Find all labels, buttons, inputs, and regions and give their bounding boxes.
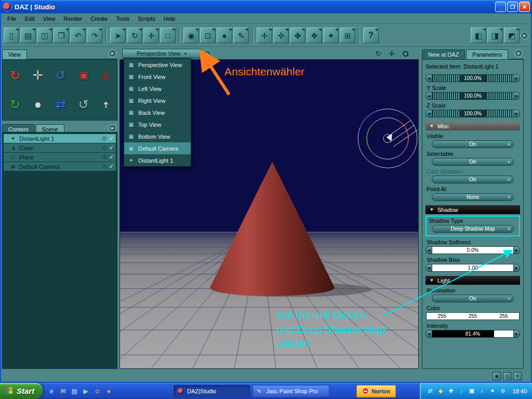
selectable-dropdown[interactable]: On ▾ (432, 158, 514, 166)
cast-shadows-dropdown[interactable]: On ▾ (432, 176, 514, 183)
menu-render[interactable]: Render (59, 14, 86, 23)
email-icon[interactable]: ✉ (58, 387, 68, 396)
scheduler-tray-icon[interactable]: ◐ (478, 388, 486, 394)
frame-view-icon[interactable]: ▣ (79, 71, 88, 80)
menu-help[interactable]: Help (159, 14, 180, 23)
orbit-view-icon[interactable]: ↻ (376, 49, 382, 58)
scene-item-cone[interactable]: ▲ Cone ⊙ ✓ (4, 143, 116, 152)
slider-left-arrow[interactable]: ◀ (425, 330, 432, 338)
menu-view[interactable]: View (39, 14, 60, 23)
aim-camera-icon[interactable]: ◎ (102, 71, 110, 80)
point-at-dropdown[interactable]: None ▾ (432, 193, 514, 201)
rotate-tool-button[interactable]: ↻ (127, 28, 142, 43)
display-tray-icon[interactable]: ▣ (468, 388, 475, 394)
scale-tool-button[interactable]: □ (160, 28, 176, 43)
scene-panel-arrow-button[interactable]: ▸ (109, 124, 116, 132)
view-menu-item-default-camera[interactable]: ◉ Default Camera (124, 142, 191, 154)
internet-explorer-icon[interactable]: e (47, 387, 56, 396)
selection-check-icon[interactable]: ✓ (109, 144, 114, 151)
dolly-camera-icon[interactable]: ● (34, 98, 42, 111)
undo-button[interactable]: ↶ (70, 28, 86, 43)
shadow-section-header[interactable]: ▼ Shadow (425, 205, 520, 214)
create-null-button[interactable]: ✢ (257, 28, 272, 43)
media-player-icon[interactable]: ▶ (81, 387, 90, 396)
reset-camera-icon[interactable]: ↺ (78, 98, 89, 111)
minimize-button[interactable]: _ (495, 2, 506, 12)
power-tray-icon[interactable]: ⊕ (499, 388, 507, 394)
shadow-bias-slider[interactable]: ◀ 1.00 ▶ (425, 264, 520, 272)
toolbar-expand-button[interactable]: ▸ (521, 32, 528, 39)
task-jasc-paint-shop-pro[interactable]: ✎ Jasc Paint Shop Pro (252, 385, 329, 397)
visible-dropdown[interactable]: On ▾ (432, 140, 514, 148)
slider-right-arrow[interactable]: ▶ (513, 92, 520, 100)
redo-button[interactable]: ↷ (87, 28, 102, 43)
close-button[interactable]: ✕ (519, 2, 530, 12)
visibility-eye-icon[interactable]: ⊙ (102, 154, 107, 161)
browser-icon[interactable]: ● (104, 387, 113, 396)
light-section-header[interactable]: ▼ Light (425, 276, 520, 285)
new-document-button[interactable]: ▯ (4, 28, 19, 43)
parameters-panel-arrow-button[interactable]: ▸ (515, 49, 523, 57)
slider-left-arrow[interactable]: ◀ (425, 264, 432, 272)
pan-view-icon[interactable]: ✛ (389, 49, 395, 58)
visibility-eye-icon[interactable]: ⊙ (102, 144, 107, 151)
scene-item-default-camera[interactable]: ◉ Default Camera ⊙ ✓ (4, 162, 116, 171)
updates-tray-icon[interactable]: ◆ (436, 388, 444, 394)
slider-right-arrow[interactable]: ▶ (513, 330, 520, 338)
camera-up-icon[interactable]: ➔ (101, 101, 110, 108)
y-scale-slider[interactable]: ◀ 100.0% ▶ (425, 92, 520, 100)
selection-check-icon[interactable]: ✓ (109, 154, 114, 161)
view-menu-item-perspective[interactable]: ▦ Perspective View (124, 59, 191, 71)
dock-float-button[interactable]: ◫ (503, 372, 511, 380)
create-camera-button[interactable]: ✣ (273, 28, 289, 43)
view-menu-item-bottom[interactable]: ▦ Bottom View (124, 130, 191, 142)
view-menu-item-right[interactable]: ▦ Right View (124, 95, 191, 107)
save-file-button[interactable]: ◫ (37, 28, 52, 43)
layout-pane-right-button[interactable]: ◨ (487, 28, 503, 43)
camera-selector-dropdown[interactable]: Perspective View ▾ (122, 49, 201, 58)
menu-file[interactable]: File (3, 14, 21, 23)
render-button[interactable]: ◉ (183, 28, 199, 43)
menu-create[interactable]: Create (86, 14, 112, 23)
menu-scripts[interactable]: Scripts (134, 14, 159, 23)
task-daz-studio[interactable]: DAZ|Studio (174, 385, 250, 397)
rotate-camera-icon[interactable]: ↻ (10, 98, 20, 111)
messenger-icon[interactable]: ☺ (92, 387, 102, 396)
volume-tray-icon[interactable]: ♪ (457, 388, 465, 394)
surface-selection-button[interactable]: ✎ (233, 28, 249, 43)
scene-item-distantlight[interactable]: ✦ DistantLight 1 ⊙ ✓ (4, 134, 116, 143)
maximize-button[interactable]: ❐ (507, 2, 518, 12)
scene-item-plane[interactable]: ◇ Plane ⊙ ✓ (4, 153, 116, 162)
viewport-options-arrow-button[interactable]: ▸ (204, 50, 211, 58)
layout-pane-left-button[interactable]: ◧ (471, 28, 486, 43)
slider-right-arrow[interactable]: ▶ (513, 264, 520, 272)
zoom-view-icon[interactable] (402, 50, 409, 57)
slider-left-arrow[interactable]: ◀ (425, 246, 432, 254)
slider-right-arrow[interactable]: ▶ (513, 74, 520, 82)
create-point-light-button[interactable]: ✦ (323, 28, 339, 43)
view-menu-item-back[interactable]: ▦ Back View (124, 107, 191, 118)
network-tray-icon[interactable]: ⇄ (426, 388, 434, 394)
new-primitive-button[interactable]: ● (217, 28, 232, 43)
selection-check-icon[interactable]: ✓ (109, 135, 114, 142)
graphics-tray-icon[interactable]: ✦ (488, 388, 496, 394)
pan-camera-icon[interactable]: ✛ (33, 69, 43, 82)
view-menu-item-top[interactable]: ▦ Top View (124, 118, 191, 130)
bank-camera-icon[interactable]: ↺ (56, 69, 66, 82)
selection-check-icon[interactable]: ✓ (109, 163, 114, 170)
visibility-eye-icon[interactable]: ⊙ (102, 135, 107, 142)
slider-left-arrow[interactable]: ◀ (425, 74, 432, 82)
orbit-camera-icon[interactable]: ↻ (10, 69, 20, 82)
select-tool-button[interactable]: ➤ (110, 28, 126, 43)
shadow-type-dropdown[interactable]: Deep Shadow Map ▾ (432, 225, 514, 233)
tab-new-at-daz[interactable]: New at DAZ (422, 49, 465, 59)
x-scale-slider[interactable]: ◀ 100.0% ▶ (425, 74, 520, 82)
start-button[interactable]: Start (0, 383, 43, 399)
create-distant-light-button[interactable]: ✥ (307, 28, 322, 43)
help-button[interactable]: ? (363, 28, 379, 43)
dock-pin-button[interactable]: ▣ (493, 372, 501, 380)
copy-button[interactable]: ❐ (54, 28, 69, 43)
menu-tools[interactable]: Tools (112, 14, 134, 23)
spot-render-button[interactable]: ⊡ (200, 28, 216, 43)
shadow-softness-slider[interactable]: ◀ 0.0% ▶ (425, 246, 520, 254)
